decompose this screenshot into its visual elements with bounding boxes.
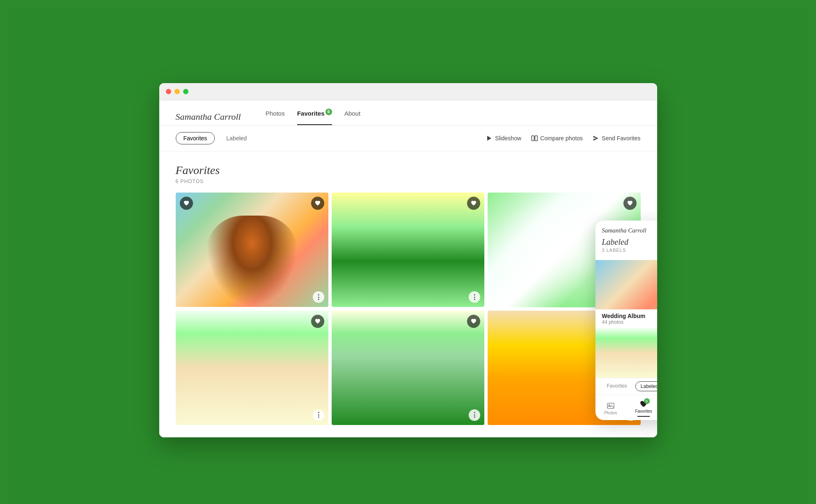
mobile-bottom-bar: Photos 6 Favorites About — [595, 395, 657, 420]
main-content: Favorites 6 PHOTOS ⋮ — [159, 151, 657, 437]
toolbar-tabs: Favorites Labeled — [176, 132, 254, 144]
favorite-heart-button[interactable] — [467, 197, 480, 210]
minimize-button[interactable] — [174, 89, 180, 94]
photo-count: 6 PHOTOS — [176, 179, 641, 184]
photo-item[interactable]: ⋮ — [176, 311, 328, 425]
mobile-nav-tabs: Favorites Labeled — [595, 378, 657, 395]
nav-photos[interactable]: Photos — [265, 110, 285, 124]
photos-icon — [607, 402, 615, 410]
photo-item[interactable]: ⋮ — [332, 311, 484, 425]
browser-titlebar — [159, 83, 657, 100]
favorite-heart-button[interactable] — [311, 197, 324, 210]
fullscreen-button[interactable] — [183, 89, 188, 94]
toolbar: Favorites Labeled Slideshow Compare phot… — [159, 125, 657, 151]
mobile-tab-favorites[interactable]: Favorites — [602, 381, 632, 391]
mobile-preview-panel: Samantha Carroll Labeled 3 LABELS Weddin… — [595, 221, 657, 420]
play-icon — [486, 135, 493, 142]
favorites-badge: 6 — [325, 109, 332, 115]
favorite-heart-button[interactable] — [467, 315, 480, 328]
mobile-favorites-badge: 6 — [644, 398, 650, 404]
nav-links: Photos Favorites6 About — [265, 109, 360, 125]
photo-menu-button[interactable]: ⋮ — [469, 409, 480, 421]
mobile-album-photo-count: 44 photos — [602, 319, 657, 325]
favorite-heart-button[interactable] — [311, 315, 324, 328]
photo-menu-button[interactable]: ⋮ — [313, 409, 324, 421]
slideshow-button[interactable]: Slideshow — [486, 135, 521, 142]
site-logo: Samantha Carroll — [176, 111, 241, 122]
mobile-album-thumbnail — [595, 260, 657, 309]
send-icon — [593, 135, 599, 142]
mobile-album-info: Wedding Album 44 photos — [595, 309, 657, 328]
mobile-album-thumbnail — [595, 328, 657, 378]
desktop-background: Samantha Carroll Photos Favorites6 About… — [8, 8, 808, 504]
photo-item[interactable]: ⋮ — [332, 193, 484, 307]
favorite-heart-button[interactable] — [623, 197, 637, 210]
app-content: Samantha Carroll Photos Favorites6 About… — [159, 100, 657, 437]
mobile-album-item[interactable]: Wedding Album 44 photos — [595, 260, 657, 328]
mobile-bottom-favorites[interactable]: 6 Favorites — [632, 398, 655, 418]
photo-item[interactable]: ⋮ — [176, 193, 328, 307]
mobile-labels-count: 3 LABELS — [602, 248, 657, 253]
label-icon[interactable] — [180, 197, 193, 210]
send-favorites-button[interactable]: Send Favorites — [593, 135, 640, 142]
navigation-bar: Samantha Carroll Photos Favorites6 About — [159, 100, 657, 125]
svg-rect-0 — [532, 136, 534, 141]
mobile-tab-labeled[interactable]: Labeled — [635, 381, 657, 391]
photo-grid: ⋮ ⋮ — [176, 193, 641, 425]
svg-rect-1 — [535, 136, 537, 141]
nav-about[interactable]: About — [344, 110, 360, 124]
section-title: Favorites — [176, 164, 641, 177]
mobile-album-item[interactable] — [595, 328, 657, 378]
mobile-section-title: Labeled — [602, 237, 657, 247]
mobile-album-name: Wedding Album — [602, 313, 657, 319]
browser-window: Samantha Carroll Photos Favorites6 About… — [159, 83, 657, 437]
mobile-header: Samantha Carroll Labeled 3 LABELS — [595, 221, 657, 260]
toolbar-actions: Slideshow Compare photos Send Favorites — [486, 135, 641, 142]
compare-photos-button[interactable]: Compare photos — [531, 135, 583, 142]
mobile-logo: Samantha Carroll — [602, 227, 657, 234]
svg-rect-2 — [607, 403, 614, 409]
nav-favorites[interactable]: Favorites6 — [297, 109, 332, 125]
mobile-bottom-photos[interactable]: Photos — [601, 400, 620, 417]
close-button[interactable] — [166, 89, 171, 94]
compare-icon — [531, 135, 538, 142]
tab-favorites[interactable]: Favorites — [176, 132, 215, 144]
active-indicator — [637, 416, 650, 417]
tab-labeled[interactable]: Labeled — [219, 132, 254, 144]
